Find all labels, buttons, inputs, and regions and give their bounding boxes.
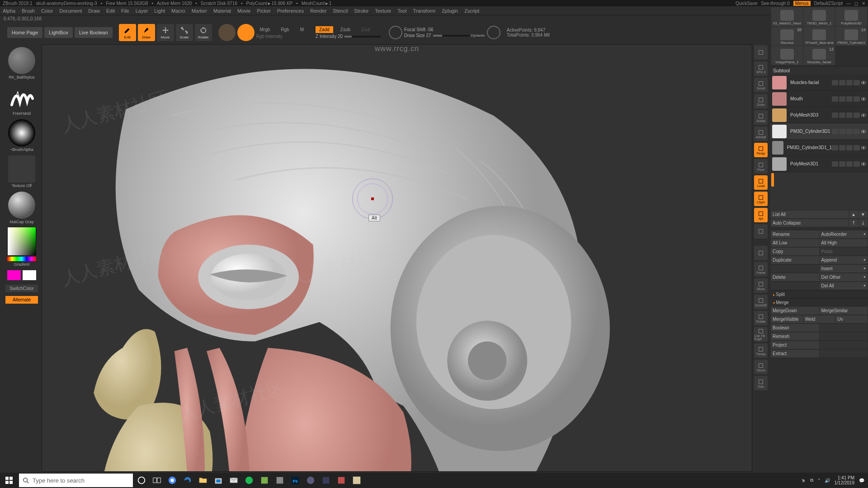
taskbar-edge-icon[interactable]	[180, 473, 195, 488]
rt-btn-Transp[interactable]: Transp	[754, 343, 768, 358]
material-preview-active[interactable]	[237, 24, 255, 41]
panel-Extract-button[interactable]: Extract	[771, 350, 819, 357]
menu-edit[interactable]: Edit	[106, 8, 115, 14]
panel-MergeVisible-button[interactable]: MergeVisible	[771, 315, 803, 323]
tool-thumb[interactable]: 38Risorius	[771, 27, 803, 46]
tray-chevron-icon[interactable]: ˄	[818, 478, 820, 483]
taskbar-chrome-icon[interactable]	[165, 473, 180, 488]
draw-size-slider[interactable]	[433, 35, 469, 37]
rt-btn-Floor[interactable]: Floor	[754, 159, 768, 174]
merge-section[interactable]: Merge	[770, 298, 868, 306]
taskbar-app2-icon[interactable]	[272, 473, 288, 488]
panel-Remesh-button[interactable]: Remesh	[771, 333, 819, 340]
menu-transform[interactable]: Transform	[413, 8, 435, 14]
stroke-slot[interactable]: FreeHand	[5, 81, 38, 116]
rt-btn-11[interactable]	[754, 224, 768, 239]
rt-btn-Local[interactable]: Local	[754, 175, 768, 190]
tool-thumb[interactable]: PolyMesh3D	[835, 7, 867, 26]
subtool-item[interactable]: Mouth	[770, 91, 868, 107]
tool-thumb[interactable]: 01_Male01_Neut	[771, 7, 803, 26]
texture-slot[interactable]: Texture Off	[5, 154, 38, 188]
window-max-icon[interactable]: ◻	[854, 1, 858, 6]
menu-macro[interactable]: Macro	[171, 8, 185, 14]
mode-scale[interactable]: Scale	[176, 24, 193, 41]
taskbar-zbrush-icon[interactable]	[349, 473, 364, 488]
tool-thumb[interactable]: 12Muscles_facial	[803, 46, 835, 65]
swatch-secondary[interactable]	[23, 270, 36, 280]
rt-btn-Line Fill PolyF[interactable]: Line Fill PolyF	[754, 327, 768, 342]
rt-btn-xyz[interactable]: xyz	[754, 208, 768, 222]
window-min-icon[interactable]: —	[846, 1, 851, 6]
tool-thumb[interactable]: 24PM3D_Cylinder3	[835, 27, 867, 46]
menu-stroke[interactable]: Stroke	[354, 8, 368, 14]
z-intensity-slider[interactable]	[344, 36, 381, 38]
menu-movie[interactable]: Movie	[237, 8, 250, 14]
rt-btn-Rotate[interactable]: Rotate	[754, 311, 768, 325]
mode-rotate[interactable]: Rotate	[195, 24, 212, 41]
rt-btn-Frame[interactable]: Frame	[754, 262, 768, 277]
mode-edit[interactable]: Edit	[119, 24, 136, 41]
menu-file[interactable]: File	[121, 8, 129, 14]
taskbar-photoshop-icon[interactable]: Ps	[288, 473, 303, 488]
panel-Delete-button[interactable]: Delete	[771, 273, 819, 281]
menu-marker[interactable]: Marker	[192, 8, 207, 14]
autocollapse-button[interactable]: Auto Collapse	[771, 219, 849, 227]
rt-btn-Persp[interactable]: Persp	[754, 143, 768, 157]
arrow-down-icon[interactable]: ▼	[859, 211, 868, 218]
panel-MergeSimilar-button[interactable]: MergeSimilar	[820, 307, 868, 314]
tab-homepage[interactable]: Home Page	[7, 27, 42, 38]
menu-zplugin[interactable]: Zplugin	[442, 8, 458, 14]
panel-AutoReorder-button[interactable]: AutoReorder▸	[820, 230, 868, 238]
rt-btn-Ghost[interactable]: Ghost	[754, 360, 768, 374]
tray-mouse-icon[interactable]: 🖱	[801, 478, 806, 483]
move-down-icon[interactable]: ⤓	[859, 219, 868, 227]
menus-toggle[interactable]: Menus	[793, 1, 811, 6]
subtool-header[interactable]: Subtool	[770, 66, 868, 75]
rt-btn-SPix 3[interactable]: SPix 3	[754, 61, 768, 76]
panel-Duplicate-button[interactable]: Duplicate	[771, 256, 819, 264]
panel-Paste-button[interactable]: Paste	[820, 248, 868, 255]
rgb-toggle[interactable]: Rgb	[277, 26, 292, 33]
mode-draw[interactable]: Draw	[138, 24, 155, 41]
zadd-toggle[interactable]: Zadd	[316, 26, 333, 33]
taskview-icon[interactable]	[149, 473, 165, 488]
subtool-item[interactable]: Muscles-facial	[770, 75, 868, 91]
tray-volume-icon[interactable]: 🔊	[825, 478, 830, 483]
subtool-scroll[interactable]	[770, 172, 868, 210]
menu-picker[interactable]: Picker	[257, 8, 271, 14]
listall-button[interactable]: List All	[771, 211, 849, 218]
menu-preferences[interactable]: Preferences	[277, 8, 304, 14]
panel-Append-button[interactable]: Append▸	[820, 256, 868, 264]
z-intensity-label[interactable]: Z Intensity 20	[316, 34, 343, 39]
rgb-intensity-label[interactable]: Rgb Intensity	[256, 34, 308, 39]
alternate-button[interactable]: Alternate	[5, 296, 38, 304]
taskbar-app1-icon[interactable]	[257, 473, 272, 488]
size-dial[interactable]	[487, 26, 500, 39]
menu-material[interactable]: Material	[213, 8, 231, 14]
material-preview[interactable]	[218, 24, 236, 41]
menu-layer[interactable]: Layer	[136, 8, 148, 14]
zsub-toggle[interactable]: Zsub	[337, 26, 354, 33]
panel-Rename-button[interactable]: Rename	[771, 230, 819, 238]
rt-btn-Solo[interactable]: Solo	[754, 376, 768, 390]
m-toggle[interactable]: M	[297, 26, 307, 33]
panel-Del Other-button[interactable]: Del Other▸	[820, 273, 868, 281]
alpha-slot[interactable]: ~BrushAlpha	[5, 117, 38, 152]
panel-Del All-button[interactable]: Del All▸	[820, 282, 868, 290]
color-picker[interactable]: Gradient	[5, 226, 38, 267]
seethrough-slider[interactable]: See-through 0	[761, 1, 789, 6]
taskbar-app3-icon[interactable]	[303, 473, 318, 488]
rt-btn-0[interactable]	[754, 45, 768, 60]
taskbar-spotify-icon[interactable]	[241, 473, 257, 488]
taskbar-app4-icon[interactable]	[318, 473, 334, 488]
menu-document[interactable]: Document	[59, 8, 82, 14]
tab-lightbox[interactable]: LightBox	[44, 27, 73, 38]
mode-move[interactable]: Move	[157, 24, 174, 41]
subtool-item[interactable]: PM3D_Cylinder3D1	[770, 123, 868, 140]
subtool-item[interactable]: PolyMesh3D3	[770, 107, 868, 123]
rt-btn-Actual[interactable]: Actual	[754, 110, 768, 125]
menu-tool[interactable]: Tool	[397, 8, 406, 14]
taskbar-explorer-icon[interactable]	[195, 473, 211, 488]
rt-btn-Scroll[interactable]: Scroll	[754, 78, 768, 92]
menu-light[interactable]: Light	[154, 8, 165, 14]
